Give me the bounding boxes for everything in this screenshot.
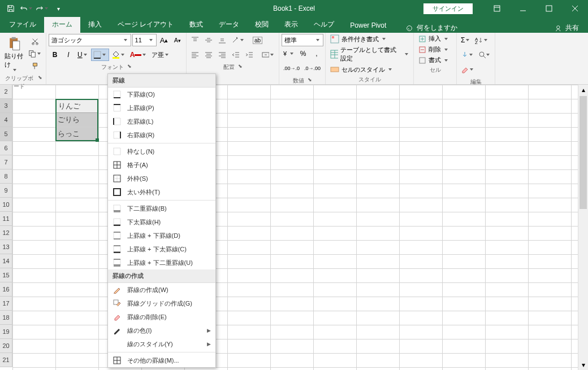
clear-button[interactable] xyxy=(459,63,476,76)
draw-border-item[interactable]: 罫線の作成(W) xyxy=(108,283,215,297)
scroll-down-arrow[interactable]: ▾ xyxy=(578,360,588,370)
font-color-button[interactable]: A xyxy=(128,49,149,61)
decrease-decimal-button[interactable]: .0→.00 xyxy=(302,62,322,75)
bold-button[interactable]: B xyxy=(49,49,61,61)
font-size-combo[interactable]: 11 xyxy=(132,34,157,46)
wrap-text-button[interactable]: ab xyxy=(251,34,264,46)
sort-filter-button[interactable]: AZ xyxy=(473,34,490,46)
tell-me-search[interactable]: 何をしますか xyxy=(400,23,463,33)
row-header-7[interactable]: 7 xyxy=(0,155,12,169)
tab-data[interactable]: データ xyxy=(211,16,247,33)
scroll-thumb[interactable] xyxy=(580,96,587,209)
align-bottom-button[interactable] xyxy=(216,34,228,46)
draw-border-grid-item[interactable]: 罫線グリッドの作成(G) xyxy=(108,297,215,310)
maximize-button[interactable] xyxy=(536,0,562,17)
comma-button[interactable]: , xyxy=(310,47,323,60)
border-left-item[interactable]: 左罫線(L) xyxy=(108,115,215,128)
row-header-4[interactable]: 4 xyxy=(0,113,12,127)
row-header-3[interactable]: 3 xyxy=(0,99,12,113)
insert-cells-button[interactable]: 挿入 xyxy=(416,34,454,43)
scroll-up-arrow[interactable]: ▴ xyxy=(578,85,588,95)
border-thick-item[interactable]: 太い外枠(T) xyxy=(108,185,215,199)
minimize-button[interactable] xyxy=(510,0,536,17)
format-cells-button[interactable]: 書式 xyxy=(416,55,454,65)
ribbon-options-button[interactable] xyxy=(484,0,510,17)
border-bottom-item[interactable]: 下罫線(O) xyxy=(108,88,215,101)
italic-button[interactable]: I xyxy=(62,49,75,61)
ruby-button[interactable]: ア亜 xyxy=(150,49,171,61)
border-top-bottom-item[interactable]: 上罫線 + 下罫線(D) xyxy=(108,229,215,242)
row-header-11[interactable]: 11 xyxy=(0,212,12,226)
vertical-scrollbar[interactable]: ▴ ▾ xyxy=(578,85,588,370)
tab-home[interactable]: ホーム xyxy=(44,16,80,33)
row-header-18[interactable]: 18 xyxy=(0,311,12,325)
row-header-17[interactable]: 17 xyxy=(0,297,12,311)
align-left-button[interactable] xyxy=(189,49,201,61)
row-header-2[interactable]: 2 xyxy=(0,85,12,99)
tab-review[interactable]: 校閲 xyxy=(247,16,276,33)
row-header-10[interactable]: 10 xyxy=(0,198,12,212)
close-button[interactable] xyxy=(562,0,588,17)
row-header-5[interactable]: 5 xyxy=(0,127,12,141)
share-button[interactable]: 共有 xyxy=(546,23,588,33)
currency-button[interactable]: ¥ xyxy=(282,47,296,60)
tab-view[interactable]: 表示 xyxy=(276,16,306,33)
row-header-12[interactable]: 12 xyxy=(0,226,12,240)
more-borders-item[interactable]: その他の罫線(M)... xyxy=(108,354,215,367)
border-outside-item[interactable]: 外枠(S) xyxy=(108,172,215,185)
tab-page-layout[interactable]: ページ レイアウト xyxy=(110,16,181,33)
alignment-launcher[interactable]: ⬊ xyxy=(238,63,243,71)
percent-button[interactable]: % xyxy=(297,47,309,60)
orientation-button[interactable] xyxy=(230,34,247,46)
border-none-item[interactable]: 枠なし(N) xyxy=(108,145,215,158)
increase-decimal-button[interactable]: .00→.0 xyxy=(282,62,301,75)
line-color-item[interactable]: 線の色(I)▶ xyxy=(108,324,215,337)
conditional-format-button[interactable]: 条件付き書式 xyxy=(328,34,411,44)
fill-handle[interactable] xyxy=(96,138,99,142)
row-header-21[interactable]: 21 xyxy=(0,353,12,367)
shrink-font-button[interactable]: A▾ xyxy=(171,34,184,46)
row-header-19[interactable]: 19 xyxy=(0,325,12,339)
copy-button[interactable] xyxy=(28,48,42,59)
grow-font-button[interactable]: A▴ xyxy=(158,34,170,46)
erase-border-item[interactable]: 罫線の削除(E) xyxy=(108,310,215,324)
qat-customize[interactable]: ▾ xyxy=(51,1,66,16)
border-right-item[interactable]: 右罫線(R) xyxy=(108,128,215,142)
row-header-16[interactable]: 16 xyxy=(0,282,12,297)
tab-power-pivot[interactable]: Power Pivot xyxy=(342,18,394,33)
decrease-indent-button[interactable] xyxy=(230,49,242,61)
border-top-bottom-thick-item[interactable]: 上罫線 + 下太罫線(C) xyxy=(108,242,215,256)
merge-button[interactable] xyxy=(260,49,276,61)
row-header-14[interactable]: 14 xyxy=(0,254,12,268)
format-painter-button[interactable] xyxy=(28,60,42,72)
find-button[interactable] xyxy=(477,49,493,61)
tab-file[interactable]: ファイル xyxy=(1,16,44,33)
border-button[interactable] xyxy=(91,49,109,61)
align-top-button[interactable] xyxy=(189,34,201,46)
border-top-item[interactable]: 上罫線(P) xyxy=(108,101,215,115)
autosum-button[interactable]: Σ xyxy=(459,34,472,46)
line-style-item[interactable]: 線のスタイル(Y)▶ xyxy=(108,337,215,351)
format-as-table-button[interactable]: テーブルとして書式設定 xyxy=(328,45,411,63)
cell-styles-button[interactable]: セルのスタイル xyxy=(328,64,411,75)
border-bottom-double-item[interactable]: 下二重罫線(B) xyxy=(108,202,215,215)
delete-cells-button[interactable]: 削除 xyxy=(416,45,454,54)
undo-button[interactable] xyxy=(19,1,34,16)
underline-button[interactable]: U xyxy=(76,49,90,61)
border-bottom-thick-item[interactable]: 下太罫線(H) xyxy=(108,215,215,229)
paste-button[interactable]: 貼り付け xyxy=(2,34,27,73)
number-format-combo[interactable]: 標準 xyxy=(282,34,323,46)
number-launcher[interactable]: ⬊ xyxy=(308,77,312,85)
row-header-8[interactable]: 8 xyxy=(0,169,12,184)
row-header-13[interactable]: 13 xyxy=(0,240,12,254)
save-button[interactable] xyxy=(3,1,18,16)
cut-button[interactable] xyxy=(28,36,42,47)
font-name-combo[interactable]: 游ゴシック xyxy=(49,34,131,46)
align-right-button[interactable] xyxy=(216,49,228,61)
align-middle-button[interactable] xyxy=(202,34,215,46)
redo-button[interactable] xyxy=(35,1,50,16)
signin-button[interactable]: サインイン xyxy=(423,3,473,14)
row-header-6[interactable]: 6 xyxy=(0,141,12,155)
row-header-9[interactable]: 9 xyxy=(0,184,12,198)
row-header-15[interactable]: 15 xyxy=(0,268,12,282)
